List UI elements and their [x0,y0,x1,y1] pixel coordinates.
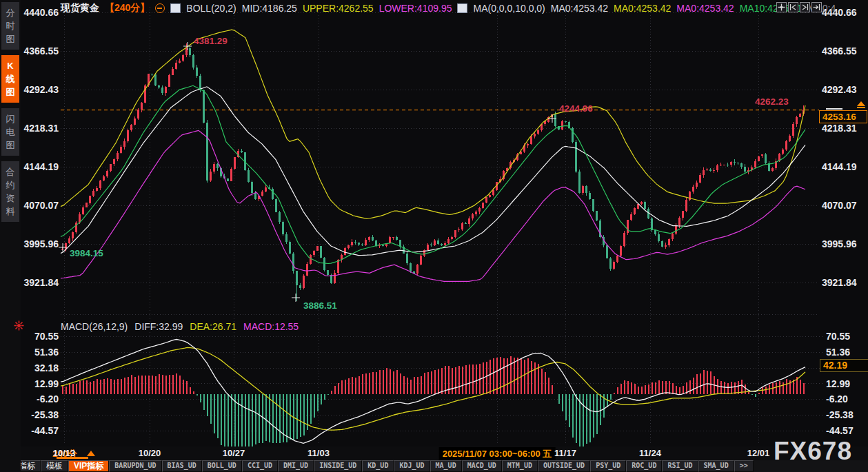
price-annotation: 4381.29 [194,36,228,46]
price-tick-label: 4070.07 [822,200,857,211]
trading-app: 4381.293984.153886.514244.964262.234440.… [0,0,868,472]
boll-mid-value: MID:4186.25 [242,3,297,14]
price-annotation: 3886.51 [303,300,337,311]
left-tab-rail: 分时图K线图闪电图合约资料 [0,0,21,472]
macd-tick-label: 32.18 [34,362,59,373]
selected-candle-date: 2025/11/07 03:00~06:00 五 [439,447,556,461]
date-label: 10/13 [53,448,76,458]
boll-label: BOLL(20,2) [186,3,236,14]
toolbar-button-macd-ud[interactable]: MACD_UD [462,460,502,472]
price-annotation: 4244.96 [559,103,593,114]
price-arrow-icon [857,101,865,108]
indicator-toolbar: 指标模板VIP指标BARUPDN_UDBIAS_UDBOLL_UDCCI_UDD… [0,460,868,472]
date-label: 11/24 [639,448,661,458]
macd-diff-value: DIFF:32.99 [134,321,183,332]
indicator-settings-icon[interactable] [14,320,24,334]
pan-tool-icon[interactable] [776,2,787,12]
sidebar-tab-2[interactable]: K线图 [1,55,19,103]
macd-tick-label: -44.57 [31,425,59,436]
macd-tick-label: 70.55 [34,331,59,342]
chart-legend: 现货黄金 【240分】 BOLL(20,2) MID:4186.25 UPPER… [61,2,836,14]
macd-histogram [63,356,804,448]
macd-tick-label: 51.36 [34,347,59,358]
ma-indicator-icon[interactable] [457,3,467,13]
price-tick-label: 3995.96 [23,238,59,249]
macd-tick-label: 12.99 [826,378,850,389]
price-tick-label: 4366.55 [822,45,857,57]
price-tick-label: 4144.19 [23,161,59,172]
price-tick-label: 4144.19 [822,161,857,172]
ma-label: MA(0,0,0,10,0,0) [473,3,545,14]
kline-chart-canvas[interactable]: 4381.293984.153886.514244.964262.234440.… [0,0,868,472]
macd-tick-label: -6.20 [37,393,59,404]
boll-mid-line [61,87,805,256]
price-tick-label: 4440.66 [23,7,59,18]
price-tick-label: 4218.31 [822,123,857,134]
date-label: 10/27 [223,448,245,458]
macd-tick-label: -6.20 [826,393,848,404]
axis-labels: 4440.664440.664366.554366.554292.434292.… [23,7,856,436]
collapse-icon[interactable] [155,3,165,13]
symbol-name: 现货黄金 [61,2,99,14]
macd-tick-label: 51.36 [826,347,850,358]
period-badge: 【240分】 [105,2,150,14]
macd-tick-label: -25.38 [31,409,59,420]
candlesticks [61,43,805,301]
sidebar-tab-3[interactable]: 闪电图 [1,108,19,156]
toolbar-button-psy-ud[interactable]: PSY_UD [590,460,626,472]
chevron-up-icon [87,451,95,456]
price-tick-label: 3921.84 [822,277,857,288]
ma10-line [61,85,805,263]
price-annotations: 4381.293984.153886.514244.964262.23 [59,36,842,311]
macd-label: MACD(26,12,9) [61,321,128,332]
price-tick-label: 4366.55 [23,45,59,57]
date-label: 11/03 [307,448,330,458]
fx678-watermark: FX678 [774,437,852,466]
price-tick-label: 4070.07 [23,200,59,211]
price-tick-label: 4292.43 [23,84,59,95]
xaxis-row: 240分 2025/11/07 03:00~06:00 五 10/1310/20… [0,447,868,460]
date-label: 10/20 [139,448,161,458]
date-label: 11/17 [554,448,576,458]
shift-left-icon[interactable] [788,2,798,12]
macd-tick-label: -44.57 [826,425,854,436]
toolbar-button-inside-ud[interactable]: INSIDE_UD [314,460,362,472]
toolbar-button-boll-ud[interactable]: BOLL_UD [202,460,242,472]
chart-window-controls [776,2,822,12]
macd-dea-value: DEA:26.71 [190,321,236,332]
toolbar-button--[interactable]: >> [734,460,754,472]
toolbar-button-roc-ud[interactable]: ROC_UD [626,460,662,472]
toolbar-button-rsi-ud[interactable]: RSI_UD [662,460,698,472]
toolbar-button-barupdn-ud[interactable]: BARUPDN_UD [109,460,161,472]
sidebar-tab-1[interactable]: 分时图 [1,2,19,50]
macd-legend: MACD(26,12,9) DIFF:32.99 DEA:26.71 MACD:… [61,321,299,332]
price-tick-label: 3995.96 [822,238,857,249]
boll-upper-value: UPPER:4262.55 [303,3,374,14]
shift-right-icon[interactable] [800,2,810,12]
toolbar-button-模板[interactable]: 模板 [41,460,68,472]
price-annotation: 4262.23 [755,96,789,107]
macd-macd-value: MACD:12.55 [243,321,299,332]
toolbar-button-dmi-ud[interactable]: DMI_UD [278,460,314,472]
sidebar-tab-4[interactable]: 合约资料 [1,161,19,222]
price-tick-label: 4292.43 [822,84,857,95]
toolbar-button-kdj-ud[interactable]: KDJ_UD [394,460,430,472]
toolbar-button-vip指标[interactable]: VIP指标 [68,460,109,472]
toolbar-button-sma-ud[interactable]: SMA_UD [698,460,734,472]
toolbar-button-cci-ud[interactable]: CCI_UD [242,460,278,472]
toolbar-button-kd-ud[interactable]: KD_UD [362,460,394,472]
toolbar-button-ma-ud[interactable]: MA_UD [430,460,462,472]
macd-tick-label: 12.99 [34,378,59,389]
ma0-value-white: MA0:4253.42 [551,3,608,14]
toolbar-button-bias-ud[interactable]: BIAS_UD [162,460,202,472]
toolbar-button-outside-ud[interactable]: OUTSIDE_UD [538,460,590,472]
toolbar-button-mtm-ud[interactable]: MTM_UD [502,460,538,472]
last-price-label: 4253.16 [819,110,867,123]
ma0-value-magenta: MA0:4253.42 [676,3,734,14]
ma0-value-yellow: MA0:4253.42 [614,3,671,14]
boll-indicator-icon[interactable] [170,3,181,13]
boll-lower-value: LOWER:4109.95 [379,3,452,14]
jump-to-latest-icon[interactable] [811,2,822,12]
date-label: 12/01 [747,448,770,458]
macd-tick-label: 70.55 [826,331,850,342]
